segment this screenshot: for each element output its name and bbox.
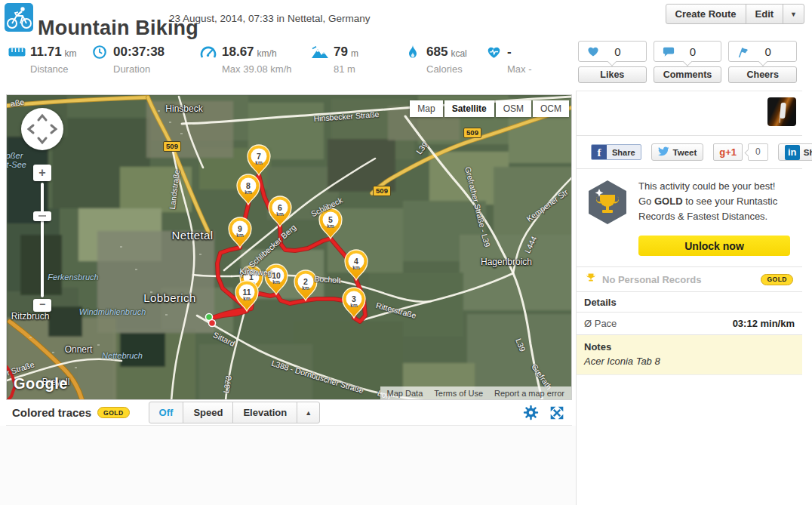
- map-settings-gear-icon[interactable]: [523, 405, 539, 420]
- elevation-value: 79: [334, 45, 348, 60]
- svg-text:10: 10: [272, 271, 281, 280]
- svg-text:km: km: [276, 211, 284, 217]
- svg-text:11: 11: [242, 288, 251, 297]
- gplus-button[interactable]: g+1: [713, 143, 743, 161]
- twitter-bird-icon: [658, 146, 669, 158]
- speedometer-icon: [199, 44, 217, 60]
- svg-text:3: 3: [352, 294, 356, 303]
- google-logo[interactable]: Google: [14, 375, 68, 393]
- comments-button[interactable]: Comments: [654, 66, 722, 83]
- svg-text:km: km: [243, 296, 251, 301]
- svg-text:km: km: [352, 265, 360, 270]
- terms-of-use-link[interactable]: Terms of Use: [434, 389, 483, 398]
- activity-page: Mountain Biking 23 August, 2014, 07:33 i…: [0, 0, 812, 505]
- layer-ocm-button[interactable]: OCM: [533, 100, 569, 117]
- stats-row: 11.71 km Distance 00:37:38 Duration: [8, 44, 574, 82]
- zoom-slider-handle[interactable]: [33, 211, 51, 221]
- traces-collapse-button[interactable]: ▲: [297, 402, 320, 423]
- map-canvas[interactable]: 7km8km6km5km9km4km10km1km2km11km3km Hins…: [6, 94, 572, 400]
- notes-value: Acer Iconia Tab 8: [584, 356, 795, 367]
- comments-widget: 0 Comments: [654, 41, 722, 83]
- route-end-marker: [209, 320, 216, 327]
- details-header: Details: [577, 292, 802, 313]
- pace-row: Ø Pace 03:12 min/km: [577, 313, 802, 335]
- report-map-error-link[interactable]: Report a map error: [494, 389, 564, 398]
- svg-text:5: 5: [328, 215, 333, 224]
- svg-text:4: 4: [354, 257, 358, 266]
- create-route-button[interactable]: Create Route: [666, 4, 746, 24]
- traces-off-button[interactable]: Off: [149, 402, 184, 423]
- distance-value: 11.71: [30, 45, 62, 60]
- svg-text:km: km: [327, 223, 334, 229]
- avatar[interactable]: [767, 97, 796, 126]
- twitter-tweet-button[interactable]: Tweet: [651, 143, 704, 161]
- likes-button[interactable]: Likes: [578, 66, 647, 83]
- speed-value: 18.67: [222, 45, 254, 60]
- clock-icon: [91, 44, 109, 60]
- cheers-count: 0: [729, 45, 796, 58]
- facebook-icon: f: [592, 145, 607, 159]
- svg-text:6: 6: [278, 203, 282, 212]
- svg-text:km: km: [255, 160, 263, 165]
- zoom-in-button[interactable]: +: [33, 165, 51, 181]
- stat-heartrate: - Max -: [484, 44, 532, 75]
- edit-button[interactable]: Edit: [746, 4, 784, 24]
- layer-satellite-button[interactable]: Satellite: [444, 100, 494, 117]
- heartrate-value: -: [507, 45, 512, 60]
- heartrate-icon: [484, 44, 503, 60]
- map-attribution: Map Data Terms of Use Report a map error: [380, 386, 571, 399]
- svg-text:9: 9: [238, 224, 242, 233]
- linkedin-icon: in: [785, 145, 800, 160]
- zoom-out-button[interactable]: −: [33, 299, 51, 312]
- layer-osm-button[interactable]: OSM: [496, 100, 531, 117]
- activity-subtitle: 23 August, 2014, 07:33 in Nettetal, Germ…: [169, 13, 370, 24]
- owner-section: [577, 91, 802, 136]
- map-data-label: Map Data: [387, 389, 423, 398]
- cheers-button[interactable]: Cheers: [728, 66, 797, 83]
- cheers-widget: 0 Cheers: [728, 41, 797, 83]
- zoom-slider-track[interactable]: [41, 183, 44, 297]
- stat-calories: 685 kcal Calories: [404, 44, 467, 75]
- likes-widget: 0 Likes: [578, 41, 647, 83]
- traces-mode-group: Off Speed Elevation ▲: [149, 402, 321, 423]
- svg-text:7: 7: [257, 152, 261, 161]
- mountain-icon: [311, 44, 329, 60]
- map-layer-switcher: Map Satellite OSM OCM: [410, 100, 569, 117]
- map-svg: 7km8km6km5km9km4km10km1km2km11km3km: [7, 95, 572, 400]
- traces-elevation-button[interactable]: Elevation: [232, 402, 297, 423]
- personal-records-section: No Personal Records GOLD: [577, 267, 802, 292]
- stat-speed: 18.67 km/h Max 39.08 km/h: [199, 44, 292, 75]
- layer-map-button[interactable]: Map: [410, 100, 442, 117]
- flame-icon: [404, 44, 422, 60]
- notes-title: Notes: [584, 341, 795, 353]
- likes-count: 0: [579, 45, 646, 58]
- header-actions: Create Route Edit ▼: [666, 4, 804, 24]
- notes-section: Notes Acer Iconia Tab 8: [577, 335, 802, 375]
- svg-text:2: 2: [303, 277, 308, 286]
- svg-text:km: km: [302, 285, 309, 291]
- gold-badge: GOLD: [97, 407, 130, 418]
- gplus-count: 0: [748, 143, 768, 161]
- no-records-label: No Personal Records: [602, 274, 702, 285]
- mountain-biking-icon: [5, 3, 33, 32]
- gold-badge: GOLD: [761, 274, 793, 285]
- svg-text:km: km: [272, 279, 280, 285]
- more-actions-button[interactable]: ▼: [783, 4, 804, 24]
- linkedin-share-button[interactable]: in Share: [778, 143, 812, 161]
- stat-duration: 00:37:38 Duration: [91, 44, 168, 75]
- comments-count: 0: [654, 45, 721, 58]
- facebook-share-button[interactable]: f Share: [591, 144, 641, 160]
- map-pan-control[interactable]: [21, 108, 63, 150]
- ruler-icon: [8, 44, 26, 60]
- pace-label: Ø Pace: [584, 318, 617, 329]
- pace-value: 03:12 min/km: [733, 318, 795, 329]
- fullscreen-icon[interactable]: [549, 405, 564, 420]
- content-footer-area: [0, 426, 576, 505]
- gold-promo-section: This activity could be your best! Go GOL…: [577, 169, 802, 267]
- unlock-now-button[interactable]: Unlock now: [638, 236, 790, 256]
- svg-text:km: km: [350, 303, 358, 308]
- traces-speed-button[interactable]: Speed: [183, 402, 233, 423]
- gplus-widget: g+1 0: [713, 143, 767, 161]
- sidebar: f Share Tweet g+1 0 in Share: [576, 91, 802, 505]
- svg-text:km: km: [245, 189, 252, 195]
